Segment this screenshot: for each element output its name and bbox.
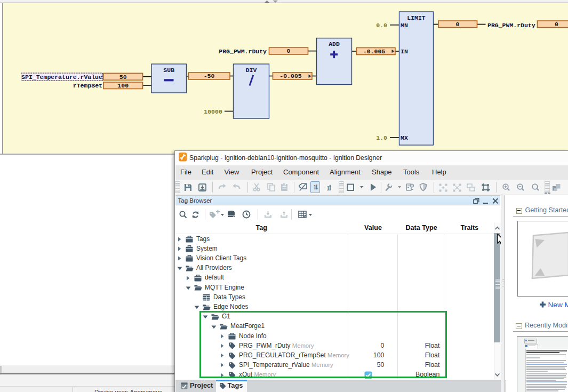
svg-text:100: 100 — [117, 82, 129, 89]
svg-text:DIV: DIV — [246, 67, 257, 74]
svg-text:0.0: 0.0 — [376, 22, 387, 29]
svg-text:IN: IN — [401, 48, 408, 55]
svg-text:MN: MN — [401, 22, 408, 29]
svg-text:SUB: SUB — [163, 67, 174, 74]
svg-text:PRG_PWM.rDuty: PRG_PWM.rDuty — [219, 48, 267, 55]
svg-text:0: 0 — [555, 21, 558, 28]
svg-text:PRG_PWM.rDuty: PRG_PWM.rDuty — [487, 22, 535, 29]
svg-text:50: 50 — [119, 74, 127, 81]
svg-text:10000: 10000 — [204, 108, 222, 115]
svg-text:1: 1 — [314, 185, 317, 190]
svg-text:-50: -50 — [204, 73, 215, 79]
svg-text:MX: MX — [401, 134, 408, 141]
svg-text:SPI_Temperature.rValue: SPI_Temperature.rValue — [21, 74, 102, 81]
svg-text:LIMIT: LIMIT — [407, 14, 426, 21]
svg-text:1: 1 — [327, 186, 330, 191]
svg-text:1.0: 1.0 — [376, 134, 387, 141]
svg-text:0: 0 — [287, 47, 291, 54]
svg-text:ADD: ADD — [329, 41, 340, 47]
svg-text:rTempSet: rTempSet — [73, 82, 102, 89]
svg-text:-0.005: -0.005 — [363, 48, 386, 55]
svg-text:0: 0 — [456, 21, 460, 28]
svg-text:-0.005: -0.005 — [279, 73, 302, 79]
